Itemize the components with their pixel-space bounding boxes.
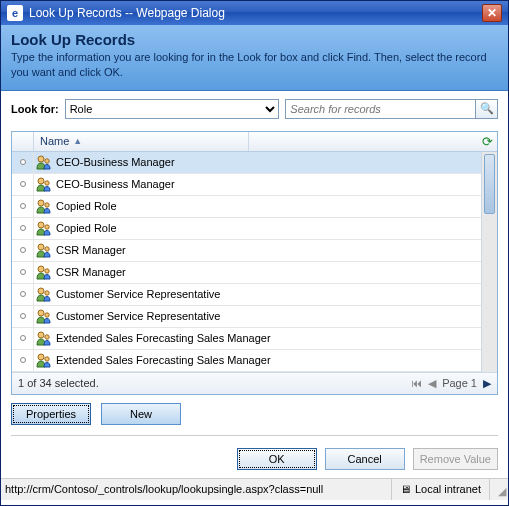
row-selector[interactable]: [12, 284, 34, 305]
results-grid: Name ▲ ⟳ CEO-Business ManagerCEO-Busines…: [11, 131, 498, 395]
row-name: Copied Role: [56, 222, 481, 234]
table-row[interactable]: Customer Service Representative: [12, 306, 481, 328]
svg-point-10: [38, 266, 44, 272]
row-selector[interactable]: [12, 262, 34, 283]
refresh-button[interactable]: ⟳: [477, 134, 497, 149]
select-all-column[interactable]: [12, 132, 34, 151]
search-wrap: 🔍: [285, 99, 498, 119]
row-name: Extended Sales Forecasting Sales Manager: [56, 332, 481, 344]
svg-point-8: [38, 244, 44, 250]
lookfor-label: Look for:: [11, 103, 59, 115]
header-panel: Look Up Records Type the information you…: [1, 25, 508, 91]
role-icon: [36, 242, 52, 258]
svg-point-12: [38, 288, 44, 294]
table-row[interactable]: Customer Service Representative: [12, 284, 481, 306]
prev-page-button[interactable]: ◀: [428, 377, 436, 390]
refresh-icon: ⟳: [482, 134, 493, 149]
role-icon: [36, 176, 52, 192]
grid-body: CEO-Business ManagerCEO-Business Manager…: [12, 152, 497, 372]
role-icon: [36, 264, 52, 280]
remove-value-button[interactable]: Remove Value: [413, 448, 498, 470]
svg-point-5: [45, 203, 49, 207]
row-selector[interactable]: [12, 196, 34, 217]
svg-point-0: [38, 156, 44, 162]
row-selector[interactable]: [12, 306, 34, 327]
grid-actions: Properties New: [1, 395, 508, 433]
titlebar: e Look Up Records -- Webpage Dialog ✕: [1, 1, 508, 25]
svg-point-1: [45, 159, 49, 163]
row-name: CEO-Business Manager: [56, 156, 481, 168]
role-icon: [36, 220, 52, 236]
svg-point-14: [38, 310, 44, 316]
row-name: Extended Sales Forecasting Sales Manager: [56, 354, 481, 366]
cancel-button[interactable]: Cancel: [325, 448, 405, 470]
row-selector[interactable]: [12, 350, 34, 371]
svg-point-17: [45, 335, 49, 339]
column-name-label: Name: [40, 135, 69, 147]
row-selector[interactable]: [12, 240, 34, 261]
page-label: Page 1: [442, 377, 477, 389]
row-selector[interactable]: [12, 174, 34, 195]
svg-point-16: [38, 332, 44, 338]
row-name: Copied Role: [56, 200, 481, 212]
svg-point-6: [38, 222, 44, 228]
svg-point-15: [45, 313, 49, 317]
table-row[interactable]: Copied Role: [12, 196, 481, 218]
table-row[interactable]: CEO-Business Manager: [12, 152, 481, 174]
role-icon: [36, 286, 52, 302]
next-page-button[interactable]: ▶: [483, 377, 491, 390]
row-selector[interactable]: [12, 218, 34, 239]
role-icon: [36, 198, 52, 214]
svg-point-18: [38, 354, 44, 360]
close-icon: ✕: [487, 6, 497, 20]
svg-point-7: [45, 225, 49, 229]
role-icon: [36, 330, 52, 346]
lookfor-row: Look for: Role 🔍: [1, 91, 508, 127]
properties-button[interactable]: Properties: [11, 403, 91, 425]
scrollbar[interactable]: [481, 152, 497, 372]
close-button[interactable]: ✕: [482, 4, 502, 22]
table-row[interactable]: Extended Sales Forecasting Sales Manager: [12, 350, 481, 372]
grid-header: Name ▲ ⟳: [12, 132, 497, 152]
page-instructions: Type the information you are looking for…: [11, 50, 498, 80]
lookfor-select[interactable]: Role: [65, 99, 280, 119]
role-icon: [36, 308, 52, 324]
resize-grip[interactable]: ◢: [490, 479, 508, 500]
svg-point-9: [45, 247, 49, 251]
row-name: CSR Manager: [56, 266, 481, 278]
svg-point-13: [45, 291, 49, 295]
row-selector[interactable]: [12, 152, 34, 173]
svg-point-3: [45, 181, 49, 185]
ok-button[interactable]: OK: [237, 448, 317, 470]
table-row[interactable]: CSR Manager: [12, 262, 481, 284]
row-name: Customer Service Representative: [56, 310, 481, 322]
search-icon: 🔍: [480, 102, 494, 115]
svg-point-2: [38, 178, 44, 184]
svg-point-4: [38, 200, 44, 206]
dialog-buttons: OK Cancel Remove Value: [1, 442, 508, 478]
role-icon: [36, 352, 52, 368]
scrollbar-thumb[interactable]: [484, 154, 495, 214]
svg-point-11: [45, 269, 49, 273]
zone-label: Local intranet: [415, 483, 481, 495]
row-selector[interactable]: [12, 328, 34, 349]
search-input[interactable]: [285, 99, 476, 119]
grid-footer: 1 of 34 selected. ⏮ ◀ Page 1 ▶: [12, 372, 497, 394]
column-name[interactable]: Name ▲: [34, 132, 249, 151]
search-button[interactable]: 🔍: [476, 99, 498, 119]
table-row[interactable]: CEO-Business Manager: [12, 174, 481, 196]
row-name: Customer Service Representative: [56, 288, 481, 300]
app-icon: e: [7, 5, 23, 21]
table-row[interactable]: Extended Sales Forecasting Sales Manager: [12, 328, 481, 350]
page-title: Look Up Records: [11, 31, 498, 48]
role-icon: [36, 154, 52, 170]
table-row[interactable]: CSR Manager: [12, 240, 481, 262]
row-name: CSR Manager: [56, 244, 481, 256]
sort-asc-icon: ▲: [73, 136, 82, 146]
first-page-button[interactable]: ⏮: [411, 377, 422, 389]
separator: [11, 435, 498, 436]
status-bar: http://crm/Contoso/_controls/lookup/look…: [1, 478, 508, 500]
security-zone: 🖥 Local intranet: [392, 479, 490, 500]
new-button[interactable]: New: [101, 403, 181, 425]
table-row[interactable]: Copied Role: [12, 218, 481, 240]
